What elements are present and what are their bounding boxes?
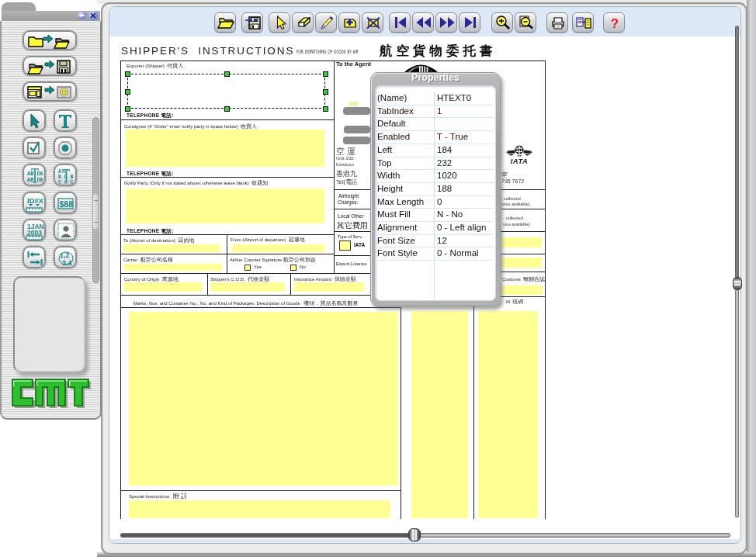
svg-text:$88: $88 [60,199,74,209]
svg-text:?: ? [611,16,619,31]
svg-text:1,2: 1,2 [60,251,70,259]
svg-text:3,4: 3,4 [62,259,72,267]
svg-text:ID#X: ID#X [27,196,44,205]
